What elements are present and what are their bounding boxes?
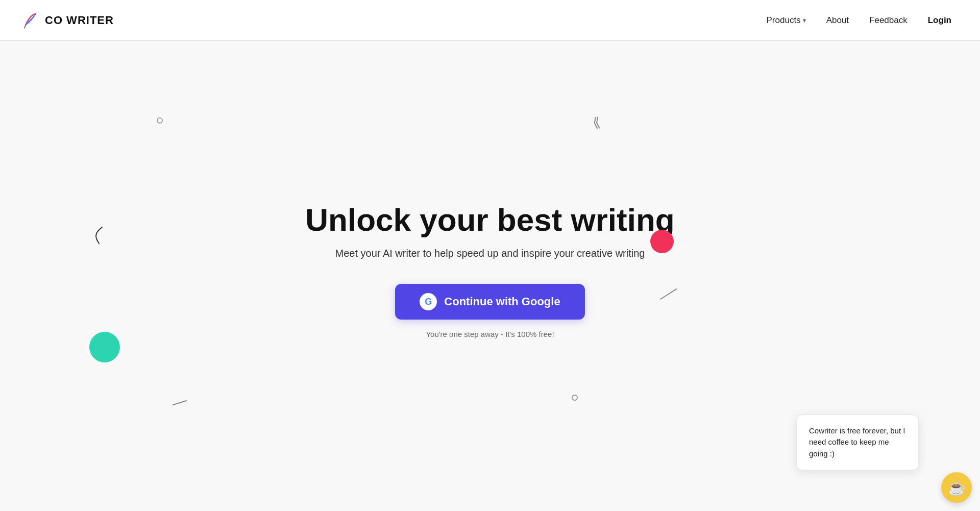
hero-subtitle: Meet your AI writer to help speed up and… [335,248,645,259]
coffee-button[interactable]: ☕ [941,472,972,503]
google-g-letter: G [425,297,432,307]
nav-feedback[interactable]: Feedback [861,11,916,30]
logo-icon [20,11,40,30]
nav: Products ▾ About Feedback Login [758,11,960,30]
deco-squiggle-left [87,222,112,250]
logo-text: CO WRITER [45,14,114,27]
hero-title: Unlock your best writing [305,203,674,237]
nav-products[interactable]: Products ▾ [758,11,814,30]
nav-about[interactable]: About [818,11,857,30]
coffee-icon: ☕ [948,479,966,496]
deco-slash-bottom-right [657,285,680,304]
deco-line-bottom-left [172,397,187,408]
free-text: You're one step away - It's 100% free! [426,330,554,338]
deco-circle-small-bottom [572,395,578,401]
nav-login[interactable]: Login [920,11,960,30]
coffee-tooltip: Cowriter is free forever, but I need cof… [796,415,919,471]
google-icon: G [420,293,437,310]
deco-circle-small-top [157,117,163,124]
logo[interactable]: CO WRITER [20,11,114,30]
header: CO WRITER Products ▾ About Feedback Logi… [0,0,980,41]
deco-teal-circle [89,332,120,362]
continue-with-google-button[interactable]: G Continue with Google [395,284,584,320]
chevron-down-icon: ▾ [803,17,806,24]
deco-angle-top-right: ⟪ [591,114,601,131]
